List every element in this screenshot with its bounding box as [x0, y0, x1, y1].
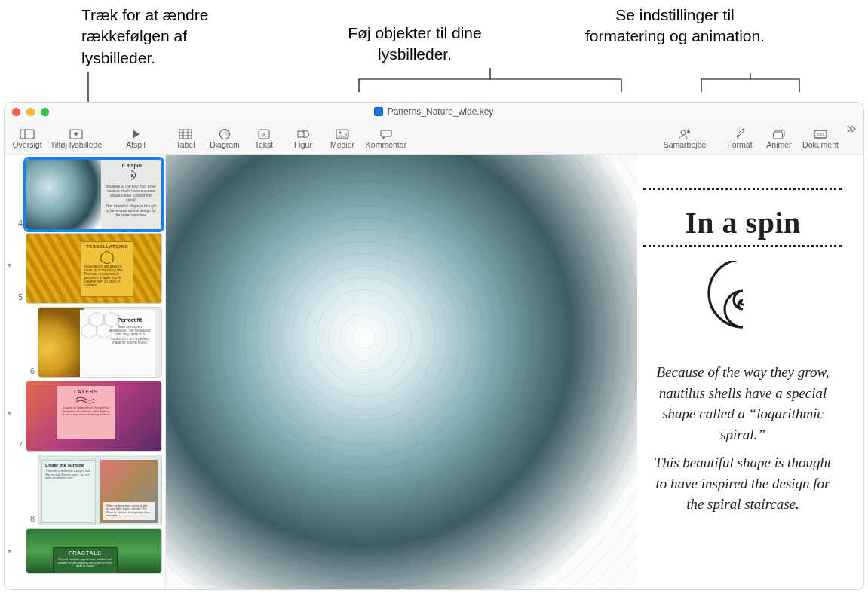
current-slide: In a spin Because of the way they grow, …	[166, 155, 863, 589]
thumbnail-title: LAYERS	[57, 386, 115, 394]
spiral-graphic	[698, 261, 788, 344]
slide-text-block: In a spin Because of the way they grow, …	[637, 155, 863, 589]
slide-thumbnail[interactable]: Under the surface The cliffs in Antelope…	[38, 455, 162, 525]
slide-number: 5	[8, 292, 26, 304]
view-label: Oversigt	[12, 140, 41, 149]
media-icon	[335, 128, 350, 140]
thumbnail-title: TESSELLATIONS	[84, 244, 130, 249]
slide-number	[8, 571, 26, 574]
table-icon	[178, 128, 193, 140]
text-button[interactable]: A Tekst	[244, 124, 284, 154]
table-button[interactable]: Tabel	[166, 124, 205, 154]
svg-marker-32	[81, 323, 97, 338]
chart-icon	[217, 128, 232, 140]
comment-icon	[379, 128, 394, 140]
play-icon	[128, 128, 143, 140]
slide-number: 6	[20, 366, 38, 378]
table-label: Tabel	[176, 140, 195, 149]
svg-rect-27	[817, 133, 824, 136]
collaborate-icon	[677, 128, 692, 140]
slide-thumbnail[interactable]: TESSELLATIONS Tessellations are patterns…	[26, 233, 162, 304]
divider-dots	[643, 245, 842, 247]
svg-rect-3	[20, 130, 34, 139]
comment-label: Kommentar	[366, 140, 406, 149]
slide-thumbnail[interactable]: In a spin Because of the way they grow, …	[26, 159, 162, 230]
slide-thumbnail[interactable]: FRACTALS Fractal patterns repeat over sm…	[26, 528, 162, 574]
document-button[interactable]: Dokument	[799, 124, 842, 154]
annotation-inspector: Se indstillinger til formatering og anim…	[581, 5, 769, 47]
document-label: Dokument	[802, 140, 839, 149]
media-label: Medier	[330, 140, 354, 149]
svg-text:A: A	[262, 131, 267, 139]
animate-button[interactable]: Animer	[759, 124, 799, 154]
slide-thumbnail[interactable]: Perfect fit Bees are expert tessellators…	[38, 307, 162, 378]
text-icon: A	[256, 128, 271, 140]
slide-image-nautilus	[166, 155, 637, 589]
text-label: Tekst	[255, 140, 274, 149]
chart-button[interactable]: Diagram	[205, 124, 244, 154]
format-label: Format	[727, 140, 752, 149]
play-label: Afspil	[126, 140, 146, 149]
play-button[interactable]: Afspil	[116, 124, 155, 154]
slide-thumb-4[interactable]: 4 In a spin Because of the way they grow…	[5, 158, 165, 231]
slide-navigator[interactable]: 4 In a spin Because of the way they grow…	[5, 155, 166, 589]
add-slide-label: Tilføj lysbillede	[51, 140, 102, 149]
slide-thumb-9[interactable]: ▾ FRACTALS Fractal patterns repeat over …	[5, 527, 165, 575]
slide-number: 7	[8, 440, 26, 452]
svg-marker-28	[101, 251, 113, 264]
window-controls[interactable]	[12, 108, 49, 116]
svg-point-21	[687, 130, 690, 133]
toolbar-overflow-button[interactable]	[842, 124, 860, 134]
slide-thumb-8[interactable]: 8 Under the surface The cliffs in Antelo…	[5, 453, 165, 527]
slide-title[interactable]: In a spin	[643, 201, 842, 242]
keynote-window: Patterns_Nature_wide.key Oversigt Tilføj…	[4, 102, 864, 590]
slide-paragraph-2[interactable]: This beautiful shape is thought to have …	[648, 452, 838, 515]
svg-rect-25	[774, 132, 783, 139]
chart-label: Diagram	[210, 140, 240, 149]
document-title: Patterns_Nature_wide.key	[388, 106, 494, 117]
brush-icon	[732, 128, 747, 140]
disclosure-icon[interactable]: ▾	[8, 547, 11, 555]
document-icon	[374, 107, 383, 116]
slide-number: 8	[20, 514, 38, 525]
thumbnail-image	[26, 160, 101, 229]
collaborate-label: Samarbejde	[664, 140, 707, 149]
svg-point-19	[339, 132, 342, 134]
zoom-window-button[interactable]	[41, 108, 49, 116]
thumbnail-title: FRACTALS	[54, 548, 117, 556]
slide-paragraph-1[interactable]: Because of the way they grow, nautilus s…	[648, 362, 838, 445]
disclosure-icon[interactable]: ▾	[8, 409, 11, 417]
sidebar-icon	[20, 128, 35, 140]
annotation-reorder: Træk for at ændre rækkefølgen af lysbill…	[81, 5, 255, 69]
svg-rect-8	[179, 130, 192, 139]
slide-thumbnail[interactable]: LAYERS Layers of sediment are formed by …	[26, 381, 162, 452]
format-button[interactable]: Format	[720, 124, 759, 154]
shape-icon	[296, 128, 311, 140]
disclosure-icon[interactable]: ▾	[8, 261, 11, 269]
collaborate-button[interactable]: Samarbejde	[660, 124, 710, 154]
document-settings-icon	[813, 128, 828, 140]
svg-point-17	[302, 131, 309, 138]
slide-canvas[interactable]: In a spin Because of the way they grow, …	[166, 155, 863, 589]
thumbnail-title: In a spin	[105, 163, 158, 168]
media-button[interactable]: Medier	[323, 124, 362, 154]
toolbar: Oversigt Tilføj lysbillede Afspil Tabel	[5, 121, 863, 155]
shape-button[interactable]: Figur	[284, 124, 323, 154]
plus-icon	[69, 128, 84, 140]
animate-icon	[771, 128, 787, 140]
slide-thumb-5[interactable]: ▾ 5 TESSELLATIONS Tessellations are patt…	[5, 231, 165, 305]
thumbnail-title: Perfect fit	[109, 317, 151, 323]
add-slide-button[interactable]: Tilføj lysbillede	[47, 124, 106, 154]
slide-thumb-6[interactable]: 6 Perfect fit Bees are expert tessellato…	[5, 305, 165, 379]
titlebar: Patterns_Nature_wide.key	[5, 103, 863, 121]
svg-point-20	[681, 130, 686, 135]
close-window-button[interactable]	[12, 108, 20, 116]
annotation-objects: Føj objekter til dine lysbilleder.	[317, 23, 513, 66]
minimize-window-button[interactable]	[26, 108, 35, 116]
shape-label: Figur	[294, 140, 312, 149]
slide-thumb-7[interactable]: ▾ 7 LAYERS Layers of sediment are formed…	[5, 379, 165, 453]
animate-label: Animer	[766, 140, 791, 149]
view-button[interactable]: Oversigt	[8, 124, 47, 154]
slide-number: 4	[8, 219, 26, 230]
comment-button[interactable]: Kommentar	[362, 124, 410, 154]
